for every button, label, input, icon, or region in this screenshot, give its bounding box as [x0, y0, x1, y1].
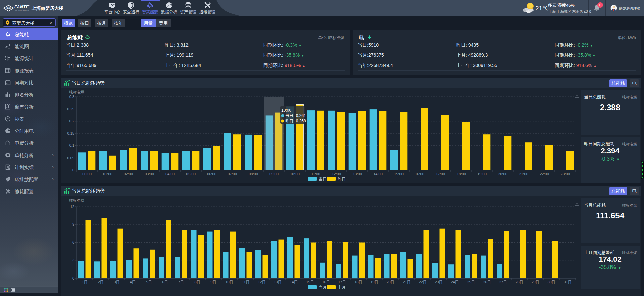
- svg-text:25日: 25日: [467, 280, 475, 284]
- svg-text:9日: 9日: [210, 280, 216, 284]
- svg-text:10:00: 10:00: [290, 172, 300, 176]
- svg-text:19:00: 19:00: [477, 172, 487, 176]
- svg-text:1日: 1日: [82, 280, 87, 284]
- svg-text:5日: 5日: [146, 280, 152, 284]
- svg-text:11日: 11日: [242, 280, 249, 284]
- svg-text:23日: 23日: [435, 280, 442, 284]
- svg-text:昨日: 昨日: [338, 177, 346, 181]
- svg-text:22日: 22日: [419, 280, 426, 284]
- svg-text:12日: 12日: [258, 280, 265, 284]
- svg-text:28日: 28日: [515, 280, 523, 284]
- svg-text:10:00: 10:00: [281, 108, 291, 113]
- svg-text:12:00: 12:00: [332, 172, 341, 176]
- svg-text:17:00: 17:00: [436, 172, 445, 176]
- svg-text:6: 6: [72, 240, 74, 244]
- svg-text:0.25: 0.25: [67, 107, 74, 111]
- svg-text:0.3: 0.3: [69, 95, 74, 99]
- svg-text:当月: 当月: [319, 285, 327, 290]
- svg-text:03:00: 03:00: [145, 172, 154, 176]
- svg-text:昨日: 0.268: 昨日: 0.268: [285, 119, 306, 123]
- svg-text:05:00: 05:00: [186, 172, 196, 176]
- svg-text:27日: 27日: [499, 280, 507, 284]
- svg-text:9: 9: [72, 222, 74, 226]
- svg-text:16日: 16日: [322, 280, 330, 284]
- svg-text:0.1: 0.1: [69, 143, 74, 147]
- svg-text:17日: 17日: [338, 280, 346, 284]
- svg-text:26日: 26日: [483, 280, 491, 284]
- svg-text:20:00: 20:00: [498, 172, 507, 176]
- svg-text:— 息退而系统 / —: — 息退而系统 / —: [15, 9, 29, 12]
- svg-text:23:00: 23:00: [560, 172, 570, 176]
- svg-text:29日: 29日: [531, 280, 539, 284]
- svg-text:24日: 24日: [451, 280, 459, 284]
- svg-text:18日: 18日: [354, 280, 362, 284]
- svg-text:30日: 30日: [547, 280, 555, 284]
- svg-text:09:00: 09:00: [269, 172, 279, 176]
- svg-text:4日: 4日: [130, 280, 136, 284]
- svg-text:16:00: 16:00: [415, 172, 424, 176]
- svg-text:10日: 10日: [225, 280, 233, 284]
- svg-text:0: 0: [72, 168, 74, 172]
- svg-text:0: 0: [72, 276, 74, 280]
- svg-text:14:00: 14:00: [373, 172, 383, 176]
- svg-text:14日: 14日: [290, 280, 298, 284]
- svg-text:0.2: 0.2: [69, 119, 74, 123]
- svg-text:11:00: 11:00: [311, 172, 320, 176]
- svg-text:7日: 7日: [178, 280, 184, 284]
- svg-text:01:00: 01:00: [103, 172, 112, 176]
- svg-text:风特: 风特: [6, 7, 11, 10]
- svg-text:8日: 8日: [194, 280, 200, 284]
- svg-text:22:00: 22:00: [540, 172, 549, 176]
- svg-text:21日: 21日: [402, 280, 410, 284]
- svg-text:21:00: 21:00: [519, 172, 528, 176]
- svg-text:00:00: 00:00: [82, 172, 92, 176]
- svg-text:0.15: 0.15: [67, 131, 74, 135]
- svg-text:13日: 13日: [274, 280, 281, 284]
- svg-text:15:00: 15:00: [394, 172, 404, 176]
- svg-text:3: 3: [72, 258, 74, 262]
- svg-text:吨标准煤: 吨标准煤: [69, 198, 84, 202]
- svg-text:当日: 0.261: 当日: 0.261: [285, 113, 306, 118]
- svg-text:0.05: 0.05: [67, 156, 74, 160]
- svg-text:FANTE: FANTE: [14, 5, 29, 9]
- svg-text:当日: 当日: [319, 177, 327, 181]
- svg-text:3日: 3日: [114, 280, 119, 284]
- svg-text:15日: 15日: [306, 280, 314, 284]
- svg-text:18:00: 18:00: [457, 172, 466, 176]
- svg-text:08:00: 08:00: [249, 172, 258, 176]
- svg-text:6日: 6日: [162, 280, 168, 284]
- svg-text:04:00: 04:00: [165, 172, 175, 176]
- svg-text:20日: 20日: [386, 280, 394, 284]
- svg-text:2日: 2日: [98, 280, 103, 284]
- svg-text:31日: 31日: [564, 280, 571, 284]
- svg-text:02:00: 02:00: [124, 172, 133, 176]
- svg-text:07:00: 07:00: [228, 172, 237, 176]
- svg-text:13:00: 13:00: [353, 172, 362, 176]
- svg-text:12: 12: [70, 205, 74, 209]
- svg-text:吨标准煤: 吨标准煤: [69, 90, 84, 94]
- svg-text:06:00: 06:00: [207, 172, 216, 176]
- svg-text:®: ®: [28, 5, 30, 7]
- svg-text:上月: 上月: [338, 285, 346, 290]
- svg-text:19日: 19日: [370, 280, 378, 284]
